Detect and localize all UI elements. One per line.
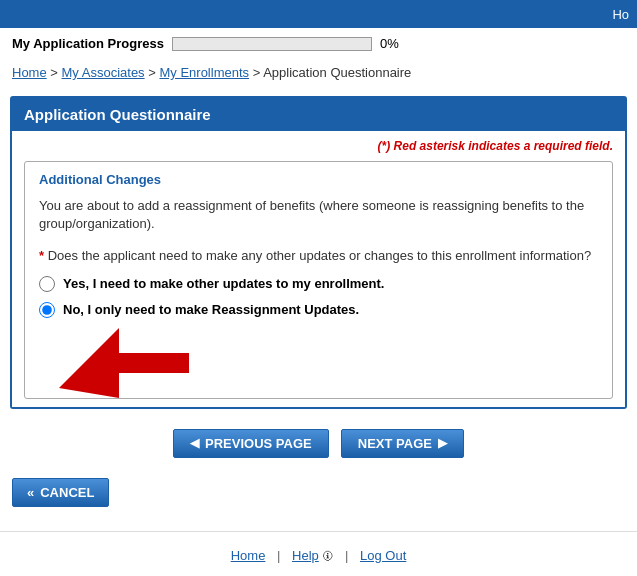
progress-label: My Application Progress <box>12 36 164 51</box>
next-page-button[interactable]: NEXT PAGE ▶ <box>341 429 464 458</box>
footer-home[interactable]: Home <box>231 548 266 563</box>
help-icon: 🛈 <box>322 550 333 562</box>
cancel-label: CANCEL <box>40 485 94 500</box>
breadcrumb: Home > My Associates > My Enrollments > … <box>0 59 637 90</box>
panel-title: Application Questionnaire <box>12 98 625 131</box>
previous-label: PREVIOUS PAGE <box>205 436 312 451</box>
svg-marker-0 <box>59 328 189 398</box>
option2-radio[interactable] <box>39 302 55 318</box>
required-star: * <box>39 248 44 263</box>
cancel-icon: « <box>27 485 34 500</box>
footer-logout[interactable]: Log Out <box>360 548 406 563</box>
panel-body: (*) Red asterisk indicates a required fi… <box>12 131 625 407</box>
buttons-row: ◀ PREVIOUS PAGE NEXT PAGE ▶ <box>0 415 637 468</box>
header-text: Ho <box>612 7 629 22</box>
required-note: (*) Red asterisk indicates a required fi… <box>24 139 613 153</box>
option1-radio[interactable] <box>39 276 55 292</box>
previous-icon: ◀ <box>190 436 199 450</box>
option2-label[interactable]: No, I only need to make Reassignment Upd… <box>39 302 598 318</box>
red-arrow-icon <box>39 318 199 398</box>
breadcrumb-associates[interactable]: My Associates <box>62 65 145 80</box>
arrow-annotation <box>39 328 598 388</box>
main-panel: Application Questionnaire (*) Red asteri… <box>10 96 627 409</box>
footer: Home | Help 🛈 | Log Out <box>0 531 637 576</box>
cancel-row: « CANCEL <box>0 468 637 521</box>
next-label: NEXT PAGE <box>358 436 432 451</box>
breadcrumb-current: Application Questionnaire <box>263 65 411 80</box>
breadcrumb-home[interactable]: Home <box>12 65 47 80</box>
cancel-button[interactable]: « CANCEL <box>12 478 109 507</box>
header-bar: Ho <box>0 0 637 28</box>
description-text: You are about to add a reassignment of b… <box>39 197 598 233</box>
section-title: Additional Changes <box>39 172 598 187</box>
question-text: * Does the applicant need to make any ot… <box>39 247 598 265</box>
additional-changes-box: Additional Changes You are about to add … <box>24 161 613 399</box>
progress-bar-outer <box>172 37 372 51</box>
progress-area: My Application Progress 0% <box>0 28 637 59</box>
previous-page-button[interactable]: ◀ PREVIOUS PAGE <box>173 429 329 458</box>
progress-percent: 0% <box>380 36 399 51</box>
breadcrumb-enrollments[interactable]: My Enrollments <box>159 65 249 80</box>
next-icon: ▶ <box>438 436 447 450</box>
option1-text: Yes, I need to make other updates to my … <box>63 276 384 291</box>
footer-help[interactable]: Help <box>292 548 319 563</box>
option1-label[interactable]: Yes, I need to make other updates to my … <box>39 276 598 292</box>
question-content: Does the applicant need to make any othe… <box>48 248 591 263</box>
option2-text: No, I only need to make Reassignment Upd… <box>63 302 359 317</box>
